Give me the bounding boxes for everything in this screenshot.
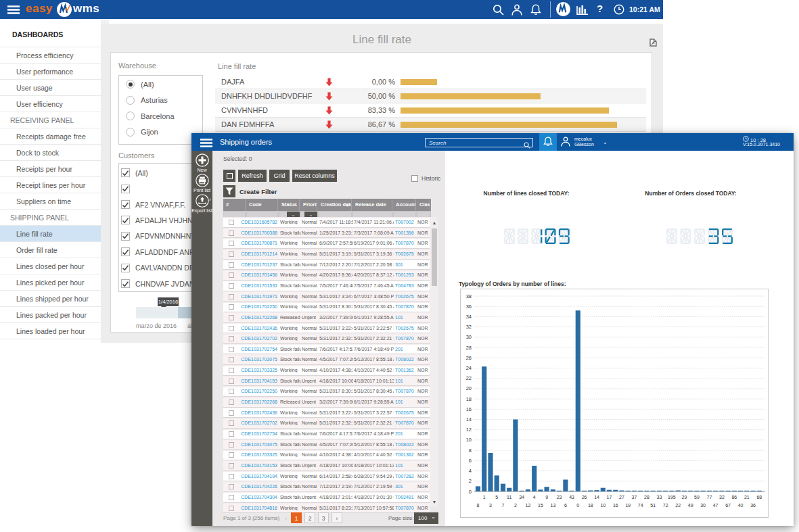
svg-text:37: 37	[632, 495, 637, 500]
svg-text:30: 30	[466, 334, 472, 340]
svg-text:14: 14	[594, 495, 599, 500]
svg-text:47: 47	[713, 503, 718, 508]
svg-text:68: 68	[756, 495, 762, 500]
svg-text:33: 33	[657, 495, 662, 500]
svg-text:51: 51	[650, 503, 656, 508]
svg-text:19: 19	[625, 503, 631, 508]
svg-text:15: 15	[538, 503, 543, 508]
svg-text:5: 5	[495, 495, 498, 500]
svg-text:30: 30	[700, 503, 706, 508]
svg-text:1: 1	[483, 495, 486, 500]
svg-text:18: 18	[588, 503, 593, 508]
svg-text:7: 7	[502, 503, 505, 508]
svg-text:27: 27	[619, 495, 624, 500]
svg-text:0: 0	[576, 503, 579, 508]
svg-text:3: 3	[489, 503, 492, 508]
svg-text:14: 14	[466, 416, 472, 422]
svg-text:29: 29	[682, 495, 687, 500]
svg-text:12: 12	[526, 503, 531, 508]
svg-text:2: 2	[469, 478, 472, 484]
svg-text:26: 26	[466, 355, 472, 361]
svg-text:36: 36	[750, 503, 756, 508]
svg-text:10: 10	[466, 437, 472, 443]
svg-text:8: 8	[469, 448, 472, 454]
svg-text:195: 195	[668, 495, 676, 500]
svg-text:74: 74	[638, 503, 643, 508]
svg-text:2: 2	[514, 503, 517, 508]
svg-text:11: 11	[507, 495, 511, 500]
svg-text:12: 12	[466, 427, 472, 433]
svg-text:17: 17	[607, 495, 612, 500]
svg-text:4: 4	[469, 468, 472, 474]
svg-text:86: 86	[731, 495, 737, 500]
svg-text:32: 32	[719, 495, 725, 500]
svg-text:6: 6	[564, 503, 567, 508]
svg-text:20: 20	[466, 385, 472, 391]
svg-text:22: 22	[675, 503, 681, 508]
svg-text:59: 59	[694, 495, 700, 500]
svg-text:26: 26	[582, 495, 587, 500]
svg-text:40: 40	[738, 503, 744, 508]
svg-text:16: 16	[466, 406, 472, 412]
svg-text:34: 34	[519, 495, 524, 500]
svg-text:23: 23	[557, 495, 562, 500]
svg-text:32: 32	[466, 324, 472, 330]
svg-text:77: 77	[707, 495, 712, 500]
svg-text:22: 22	[466, 375, 472, 381]
svg-text:34: 34	[466, 314, 472, 320]
svg-text:36: 36	[466, 304, 472, 310]
svg-text:6: 6	[469, 458, 472, 464]
svg-text:18: 18	[466, 396, 472, 402]
svg-text:28: 28	[466, 345, 472, 351]
svg-text:4: 4	[533, 495, 536, 500]
svg-text:28: 28	[644, 495, 649, 500]
svg-text:13: 13	[551, 503, 556, 508]
svg-text:67: 67	[725, 503, 731, 508]
svg-text:49: 49	[688, 503, 693, 508]
svg-text:10: 10	[600, 503, 606, 508]
svg-text:21: 21	[744, 495, 750, 500]
svg-text:72: 72	[663, 503, 668, 508]
svg-text:9: 9	[545, 495, 548, 500]
svg-text:38: 38	[466, 293, 472, 299]
svg-text:24: 24	[466, 365, 472, 371]
svg-text:43: 43	[569, 495, 574, 500]
svg-text:8: 8	[477, 503, 480, 508]
svg-text:16: 16	[613, 503, 618, 508]
svg-text:0: 0	[469, 489, 472, 495]
